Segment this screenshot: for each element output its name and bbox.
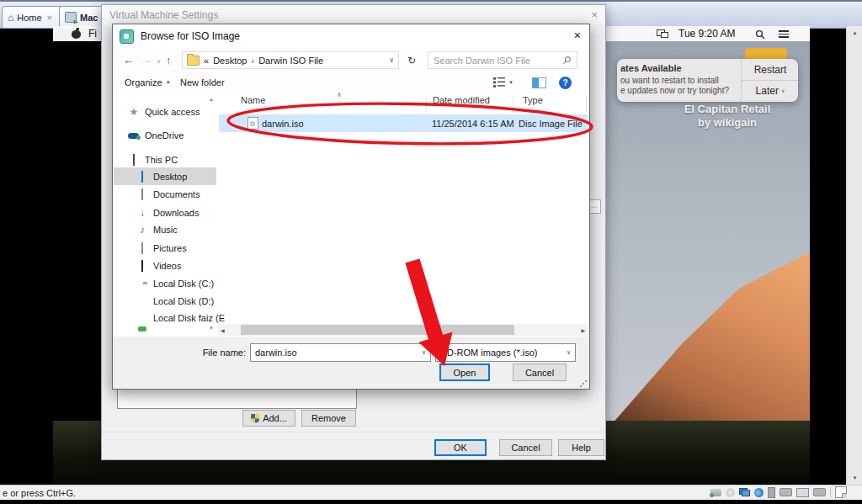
sidebar-scroll-up-icon[interactable]: ▲ xyxy=(207,97,216,102)
file-name: darwin.iso xyxy=(262,119,304,129)
history-chevron-icon[interactable]: ∨ xyxy=(157,58,161,65)
ok-button[interactable]: OK xyxy=(434,439,487,456)
scroll-right-icon[interactable]: ▶ xyxy=(581,327,585,333)
help-button-dialog[interactable]: ? xyxy=(559,77,572,89)
scroll-down-icon[interactable]: ▼ xyxy=(847,471,862,485)
macos-menu-item[interactable]: Fi xyxy=(88,28,97,40)
hard-disk-icon[interactable] xyxy=(710,489,721,496)
refresh-icon[interactable]: ↻ xyxy=(402,51,421,69)
remove-device-button[interactable]: Remove xyxy=(301,410,356,427)
printer-port-icon[interactable] xyxy=(813,488,826,496)
address-bar[interactable]: « Desktop › Darwin ISO File ∨ xyxy=(182,51,399,69)
sidebar-label: Desktop xyxy=(153,172,187,182)
sidebar-label: Videos xyxy=(153,261,181,271)
remove-label: Remove xyxy=(311,413,346,423)
tab-close-icon[interactable]: × xyxy=(47,13,52,23)
filter-dropdown-icon[interactable]: ∨ xyxy=(567,349,571,356)
sidebar-partial-item-icon xyxy=(138,326,146,332)
sound-icon[interactable] xyxy=(754,488,764,497)
tab-home[interactable]: ⌂ Home × xyxy=(2,6,66,28)
organize-menu[interactable]: Organize ▼ xyxy=(125,77,171,88)
videos-icon xyxy=(141,260,143,272)
sidebar-item-onedrive[interactable]: OneDrive xyxy=(128,127,184,144)
file-name-value: darwin.iso xyxy=(255,347,297,358)
apple-menu-icon[interactable] xyxy=(72,29,81,39)
browse-close-icon[interactable]: × xyxy=(574,29,581,42)
sidebar-item-videos[interactable]: Videos xyxy=(136,257,181,274)
sidebar-item-desktop[interactable]: Desktop xyxy=(136,168,187,185)
details-view-icon xyxy=(493,77,505,88)
menu-bar-clock[interactable]: Tue 9:20 AM xyxy=(678,28,736,40)
view-mode-button[interactable]: ▼ xyxy=(493,77,513,88)
sidebar-label: Documents xyxy=(153,189,200,199)
file-name-dropdown-icon[interactable]: ∨ xyxy=(422,349,426,356)
desktop-folder-icon[interactable] xyxy=(745,48,787,60)
horizontal-scrollbar[interactable]: ◀ ▶ xyxy=(218,324,588,336)
up-icon[interactable]: ↑ xyxy=(166,54,172,66)
spotlight-search-icon[interactable] xyxy=(755,29,765,40)
sidebar-item-documents[interactable]: Documents xyxy=(136,186,200,203)
network-adapter-icon[interactable] xyxy=(739,488,750,496)
serial-port-icon[interactable] xyxy=(780,488,792,496)
sidebar-item-local-disk-d[interactable]: Local Disk (D:) xyxy=(136,293,214,310)
browse-cancel-button[interactable]: Cancel xyxy=(513,363,567,381)
sidebar-item-downloads[interactable]: ↓ Downloads xyxy=(136,204,199,221)
column-header-date-modified[interactable]: Date modified xyxy=(433,95,490,105)
device-status-tray xyxy=(710,486,847,498)
add-device-button[interactable]: Add... xyxy=(242,410,295,427)
restart-button[interactable]: Restart xyxy=(742,59,798,80)
resize-grip[interactable] xyxy=(580,380,587,387)
display-icon[interactable] xyxy=(796,488,809,497)
notification-center-icon[interactable] xyxy=(779,30,789,38)
notification-body-line2: e updates now or try tonight? xyxy=(620,86,729,95)
usb-icon[interactable] xyxy=(768,487,775,498)
sidebar-scroll-down-icon[interactable]: ▼ xyxy=(207,326,216,331)
address-dropdown-icon[interactable]: ∨ xyxy=(389,56,394,64)
column-header-name[interactable]: Name xyxy=(241,95,265,105)
breadcrumb-desktop[interactable]: Desktop xyxy=(213,56,247,66)
vmware-vertical-scrollbar[interactable]: ▲ ▼ xyxy=(846,26,862,485)
help-button[interactable]: Help xyxy=(558,439,604,456)
column-divider[interactable] xyxy=(426,95,427,112)
sidebar-item-local-disk-e[interactable]: Local Disk faiz (E xyxy=(136,310,225,326)
filter-value: CD-ROM images (*.iso) xyxy=(440,347,538,358)
new-folder-button[interactable]: New folder xyxy=(180,77,225,88)
sidebar-item-quick-access[interactable]: ★ Quick access xyxy=(128,103,200,120)
open-button[interactable]: Open xyxy=(439,363,490,381)
sidebar-label: Local Disk (C:) xyxy=(153,279,214,289)
later-button[interactable]: Later ∨ xyxy=(742,80,798,101)
iso-file-icon xyxy=(247,117,258,130)
column-divider[interactable] xyxy=(586,95,587,112)
scrollbar-thumb[interactable] xyxy=(241,325,514,335)
preview-pane-button[interactable] xyxy=(532,77,546,88)
sidebar-label: Local Disk (D:) xyxy=(153,296,214,306)
vm-cancel-button[interactable]: Cancel xyxy=(499,439,552,456)
column-divider[interactable] xyxy=(513,95,513,112)
scroll-left-icon[interactable]: ◀ xyxy=(221,327,225,333)
back-icon[interactable]: ← xyxy=(123,54,134,66)
file-name-input[interactable]: darwin.iso ∨ xyxy=(250,343,431,362)
file-type-filter-select[interactable]: CD-ROM images (*.iso) ∨ xyxy=(435,343,576,362)
sidebar-item-local-disk-c[interactable]: Local Disk (C:) xyxy=(136,275,214,292)
scroll-up-icon[interactable]: ▲ xyxy=(847,26,862,40)
breadcrumb-current-folder[interactable]: Darwin ISO File xyxy=(258,56,323,66)
file-row-darwin-iso[interactable]: darwin.iso 11/25/2014 6:15 AM Disc Image… xyxy=(219,114,588,132)
vm-settings-title: Virtual Machine Settings xyxy=(109,9,218,21)
displays-icon[interactable] xyxy=(657,29,668,38)
message-log-icon[interactable] xyxy=(835,486,847,498)
sidebar-item-this-pc[interactable]: This PC xyxy=(128,151,178,168)
help-icon: ? xyxy=(559,77,572,89)
sidebar-item-music[interactable]: ♪ Music xyxy=(136,221,178,238)
search-input[interactable]: Search Darwin ISO File xyxy=(428,51,577,69)
sidebar-label: Downloads xyxy=(153,208,199,218)
uac-shield-icon xyxy=(251,414,259,423)
vm-settings-close-icon[interactable]: × xyxy=(591,8,598,21)
forward-icon[interactable]: → xyxy=(141,54,152,66)
status-message: e or press Ctrl+G. xyxy=(3,488,76,498)
search-placeholder: Search Darwin ISO File xyxy=(434,56,530,66)
cd-dvd-icon[interactable] xyxy=(726,488,735,497)
breadcrumb-guillemet[interactable]: « xyxy=(204,56,209,66)
file-date-modified: 11/25/2014 6:15 AM xyxy=(432,119,514,129)
sidebar-item-pictures[interactable]: Pictures xyxy=(136,240,187,257)
column-header-type[interactable]: Type xyxy=(523,95,543,105)
